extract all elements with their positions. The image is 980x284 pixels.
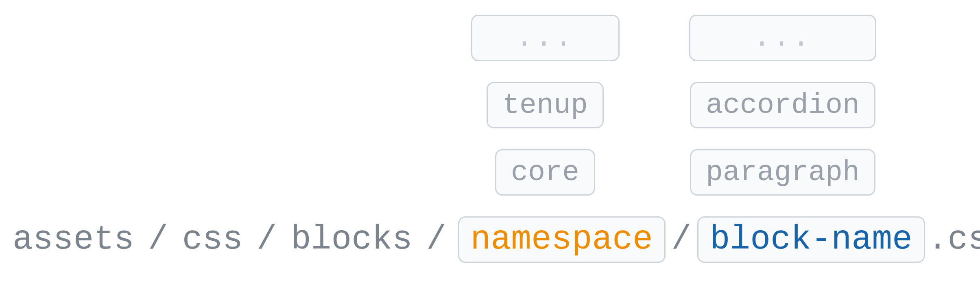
blockname-example-label: paragraph bbox=[706, 156, 860, 189]
blockname-example-accordion: accordion bbox=[690, 82, 875, 128]
path-separator-icon: / bbox=[415, 220, 458, 259]
diagram-canvas: ... tenup core ... accordion paragraph a… bbox=[0, 0, 980, 284]
namespace-placeholder: namespace bbox=[458, 216, 666, 263]
namespace-example-tenup: tenup bbox=[487, 82, 604, 128]
blockname-placeholder: block-name bbox=[697, 216, 925, 263]
blockname-placeholder-label: block-name bbox=[710, 220, 912, 259]
path-separator-icon: / bbox=[245, 220, 288, 259]
blockname-example-label: accordion bbox=[706, 89, 860, 121]
ellipsis-text: ... bbox=[753, 22, 812, 54]
blockname-example-paragraph: paragraph bbox=[690, 149, 875, 196]
namespace-example-wrap: core bbox=[445, 149, 645, 196]
file-extension: .css bbox=[925, 220, 980, 259]
namespace-placeholder-label: namespace bbox=[471, 220, 653, 259]
namespace-example-label: tenup bbox=[502, 89, 588, 121]
blockname-example-wrap: ... bbox=[675, 15, 891, 61]
namespace-example-ellipsis: ... bbox=[471, 15, 620, 61]
path-separator-icon: / bbox=[666, 220, 697, 259]
namespace-example-label: core bbox=[511, 156, 579, 189]
ellipsis-text: ... bbox=[516, 22, 574, 54]
blockname-example-wrap: accordion bbox=[675, 82, 891, 128]
blockname-example-ellipsis: ... bbox=[689, 15, 876, 61]
namespace-example-core: core bbox=[495, 149, 595, 196]
path-separator-icon: / bbox=[137, 220, 180, 259]
path-segment-css: css bbox=[180, 220, 245, 259]
namespace-example-wrap: ... bbox=[445, 15, 645, 61]
path-segment-blocks: blocks bbox=[288, 220, 415, 259]
path-segment-assets: assets bbox=[10, 220, 137, 259]
blockname-example-wrap: paragraph bbox=[675, 149, 891, 196]
namespace-example-wrap: tenup bbox=[445, 82, 645, 128]
file-path: assets / css / blocks / namespace / bloc… bbox=[10, 216, 980, 263]
